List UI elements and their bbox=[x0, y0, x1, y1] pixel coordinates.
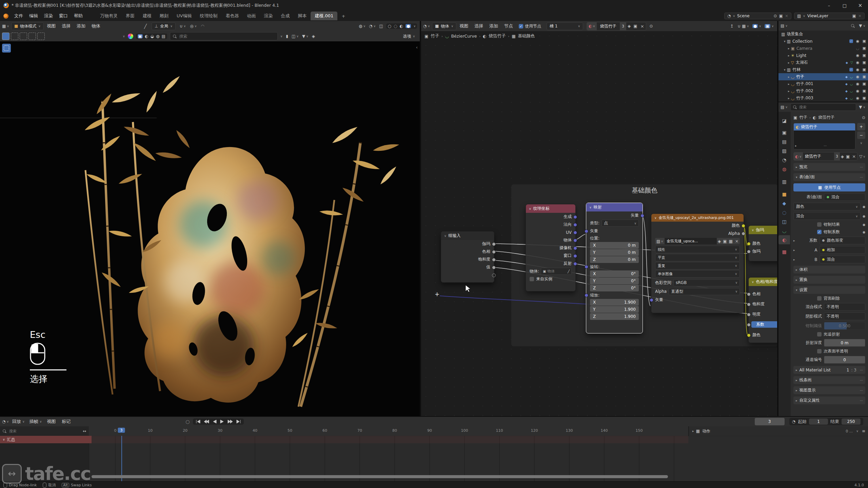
proportional-edit-toggle[interactable]: ◎∨ bbox=[190, 24, 197, 28]
workspace-tab[interactable]: 界面 bbox=[122, 12, 139, 20]
render-visibility-icon[interactable]: ▣ bbox=[863, 89, 866, 93]
select-new-icon[interactable] bbox=[2, 33, 9, 40]
unlink-icon[interactable]: × bbox=[851, 154, 857, 159]
hide-icon[interactable]: ◉ bbox=[855, 67, 860, 72]
node-snap-grid-toggle[interactable]: ▦∨ bbox=[742, 24, 749, 28]
app-menu-icon[interactable] bbox=[3, 14, 8, 19]
socket-uv[interactable] bbox=[573, 231, 577, 235]
tab-world[interactable]: ◍ bbox=[778, 164, 790, 174]
socket-normal[interactable] bbox=[573, 223, 577, 227]
summary-channel[interactable]: ∨ 汇总 bbox=[0, 436, 92, 443]
extension-dropdown[interactable]: 重复∨ bbox=[655, 262, 740, 269]
color-input-dropdown[interactable]: 颜色∨ bbox=[793, 203, 861, 210]
list-filter-icon[interactable]: ▸ bbox=[795, 144, 797, 147]
pack-icon[interactable]: ▦ bbox=[728, 238, 734, 244]
fake-user-icon[interactable]: ◈ bbox=[717, 238, 722, 244]
raytraced-refraction-checkbox[interactable] bbox=[817, 332, 822, 337]
channel-search-placeholder[interactable]: 搜索 bbox=[9, 429, 83, 434]
tab-physics[interactable]: ◌ bbox=[778, 208, 790, 217]
render-visibility-icon[interactable]: ▣ bbox=[863, 75, 866, 79]
tab-output[interactable]: ▤ bbox=[778, 137, 790, 146]
workspace-tab[interactable]: 合成 bbox=[277, 12, 294, 20]
collection-checkbox[interactable]: ✓ bbox=[849, 68, 853, 72]
panel-volume[interactable]: ▸体积 bbox=[793, 266, 865, 273]
color-wheel-icon[interactable] bbox=[128, 34, 133, 39]
factor-field[interactable]: ●颜色渐变 bbox=[820, 237, 865, 244]
socket-saturation-in[interactable] bbox=[747, 303, 751, 306]
blend-mode-dropdown[interactable]: 不透明 bbox=[824, 303, 865, 311]
brush-sphere-icon[interactable]: ◐ bbox=[145, 34, 148, 38]
node-menu-node[interactable]: 节点 bbox=[501, 23, 516, 29]
node-hue-saturation[interactable]: ∨色相/饱和度/ 色相 饱和度 明度 系数 颜色 bbox=[748, 277, 777, 343]
pin-icon[interactable]: ⊙ bbox=[650, 24, 653, 28]
expand-arrows-icon[interactable]: ↔ bbox=[83, 429, 86, 433]
remove-slot-button[interactable]: − bbox=[857, 131, 865, 139]
maximize-button[interactable]: □ bbox=[837, 0, 852, 11]
record-icon[interactable]: ○ bbox=[185, 419, 190, 424]
brush-paint-icon[interactable]: ▤ bbox=[161, 34, 165, 38]
menu-render[interactable]: 渲染 bbox=[41, 13, 56, 19]
socket-hue-out[interactable] bbox=[492, 250, 496, 254]
workspace-tab[interactable]: 动画 bbox=[243, 12, 260, 20]
dyntopo-icon[interactable]: ◠ bbox=[201, 24, 204, 28]
hide-icon-closed[interactable]: ◡ bbox=[855, 46, 860, 50]
select-subtract-icon[interactable] bbox=[20, 33, 27, 40]
brush-smear-icon[interactable]: ◒ bbox=[150, 34, 154, 38]
tab-collection[interactable]: ▥ bbox=[778, 177, 790, 186]
outliner-row-bamboo-selected[interactable]: ▸ ◡竹子 ◆ ◡ ◉ ▣ bbox=[778, 73, 868, 80]
list-grip-icon[interactable]: ⋯ bbox=[824, 144, 827, 147]
panel-surface[interactable]: ▾表(曲)面⋯ bbox=[793, 173, 865, 181]
editor-type-button[interactable]: ◔∨ bbox=[2, 420, 9, 424]
tab-view-layer[interactable]: ▨ bbox=[778, 146, 790, 155]
play-button[interactable] bbox=[220, 420, 224, 424]
rotation-x-field[interactable]: X0° bbox=[590, 270, 639, 277]
workspace-tab-active[interactable]: 建模.001 bbox=[311, 12, 337, 20]
previous-keyframe-button[interactable] bbox=[204, 420, 209, 424]
render-visibility-icon[interactable]: ▣ bbox=[863, 46, 866, 50]
copy-icon[interactable]: ▣ bbox=[779, 14, 783, 18]
overlay-toggle-b[interactable]: ▣∨ bbox=[765, 24, 774, 28]
current-frame-field[interactable]: 3 bbox=[755, 418, 785, 425]
b-input-field[interactable]: ●混合 bbox=[820, 256, 865, 263]
socket-alpha-out[interactable] bbox=[742, 232, 745, 236]
socket-color-in[interactable] bbox=[747, 242, 751, 246]
scale-x-field[interactable]: X1.900 bbox=[590, 299, 639, 306]
xray-toggle[interactable]: ◫ bbox=[379, 24, 383, 28]
backface-culling-checkbox[interactable] bbox=[817, 296, 822, 301]
socket-vector-in[interactable] bbox=[585, 229, 588, 233]
mapping-type-dropdown[interactable]: 点∨ bbox=[601, 220, 639, 227]
node-image-texture[interactable]: ∨金箔无缝_upscayl_2x_ultrasharp.png.001 颜色 A… bbox=[651, 214, 744, 313]
panel-preview[interactable]: ▸预览⋯ bbox=[793, 163, 865, 171]
socket-rotation-in[interactable] bbox=[585, 265, 588, 269]
object-field[interactable]: ▣ 物体 ╱ bbox=[541, 268, 572, 275]
shading-material-icon[interactable]: ◐ bbox=[399, 24, 403, 28]
timeline-body[interactable]: 搜索 ↔ 0 10 20 30 40 50 60 70 80 90 100 11… bbox=[0, 426, 868, 481]
viewport-menu-add[interactable]: 添加 bbox=[74, 23, 88, 29]
show-gizmo-toggle[interactable]: ◍∨ bbox=[359, 24, 366, 28]
socket-hue-in[interactable] bbox=[747, 292, 751, 296]
socket-value-out[interactable] bbox=[492, 266, 496, 269]
tab-object-data[interactable]: ◡ bbox=[778, 226, 790, 235]
mode-selector[interactable]: ■ 物体模式∨ bbox=[11, 22, 44, 30]
socket-reflection[interactable] bbox=[573, 262, 577, 266]
tab-render[interactable]: ▣ bbox=[778, 128, 790, 137]
a-input-field[interactable]: ●相加 bbox=[820, 246, 865, 254]
keying-menu[interactable]: 插帧∨ bbox=[29, 419, 42, 425]
render-visibility-icon[interactable]: ▣ bbox=[863, 96, 866, 100]
socket-factor-in[interactable] bbox=[747, 323, 751, 327]
use-nodes-button[interactable]: ▦ 使用节点 bbox=[793, 183, 865, 191]
socket-window[interactable] bbox=[573, 254, 577, 258]
user-count-button[interactable]: 3 bbox=[620, 22, 626, 30]
location-x-field[interactable]: X0 m bbox=[590, 242, 639, 249]
location-y-field[interactable]: Y0 m bbox=[590, 249, 639, 256]
snap-node-icon[interactable]: ∪ bbox=[737, 24, 741, 28]
playback-menu[interactable]: 回放∨ bbox=[12, 419, 25, 425]
mix-dropdown[interactable]: 混合∨ bbox=[793, 212, 861, 220]
play-reverse-button[interactable] bbox=[213, 420, 217, 424]
scale-y-field[interactable]: Y1.900 bbox=[590, 306, 639, 313]
editor-type-button[interactable]: ◔∨ bbox=[423, 24, 430, 28]
menu-edit[interactable]: 编辑 bbox=[26, 13, 41, 19]
sss-translucency-checkbox[interactable] bbox=[817, 349, 822, 353]
bookmark-icon[interactable]: ▮ bbox=[286, 34, 288, 38]
panel-settings[interactable]: ▾设置 bbox=[793, 286, 865, 294]
